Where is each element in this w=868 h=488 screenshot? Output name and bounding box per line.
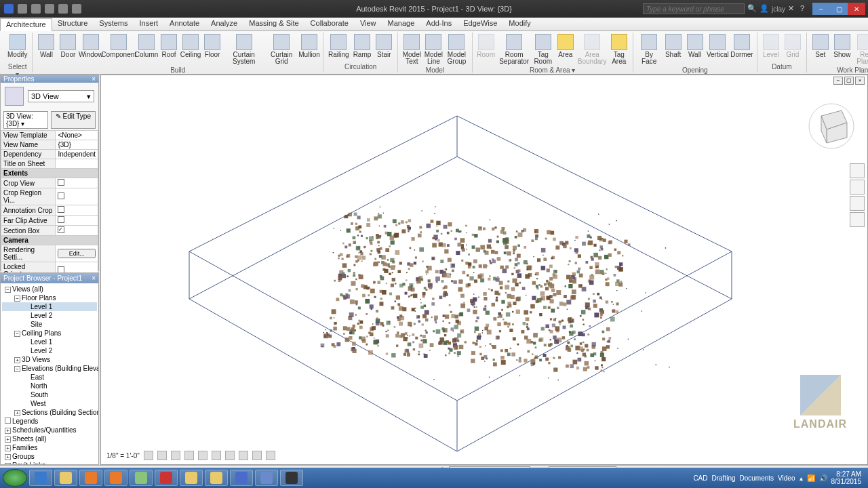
floor-button[interactable]: Floor	[201, 33, 223, 60]
edit-type-button[interactable]: ✎ Edit Type	[51, 111, 96, 129]
unhide-icon[interactable]	[239, 451, 248, 460]
by-face-button[interactable]: By Face	[636, 33, 663, 66]
properties-close-icon[interactable]: ×	[92, 75, 96, 83]
tree-node[interactable]: Level 1	[2, 338, 97, 346]
taskbar-cmd[interactable]	[280, 470, 303, 486]
exchange-icon[interactable]: ✕	[788, 4, 797, 14]
volume-icon[interactable]: 🔊	[819, 474, 827, 482]
taskbar-tool[interactable]	[255, 470, 278, 486]
column-button[interactable]: Column	[135, 33, 158, 60]
tab-edgewise[interactable]: EdgeWise	[458, 18, 503, 30]
tree-node[interactable]: North	[2, 382, 97, 390]
railing-button[interactable]: Railing	[326, 33, 351, 60]
tree-node[interactable]: +Sheets (all)	[2, 434, 97, 443]
tree-node[interactable]: Level 2	[2, 346, 97, 355]
tree-node[interactable]: Legends	[2, 417, 97, 426]
app-menu-icon[interactable]	[4, 4, 14, 14]
redo-icon[interactable]	[58, 4, 68, 14]
tree-node[interactable]: −Floor Plans	[2, 293, 97, 302]
navigation-bar[interactable]	[850, 163, 865, 228]
taskbar-wmp[interactable]	[79, 470, 102, 486]
type-selector[interactable]: 3D View▾	[28, 90, 94, 102]
taskbar-folder2[interactable]	[205, 470, 228, 486]
tab-manage[interactable]: Manage	[382, 18, 421, 30]
taskbar-npp[interactable]	[130, 470, 153, 486]
taskbar-explorer[interactable]	[54, 470, 77, 486]
taskbar-firefox[interactable]	[104, 470, 127, 486]
tree-node[interactable]: South	[2, 390, 97, 399]
tab-massing-site[interactable]: Massing & Site	[243, 18, 304, 30]
clock[interactable]: 8:27 AM 8/31/2015	[831, 470, 862, 485]
taskbar-opera[interactable]	[155, 470, 178, 486]
component-button[interactable]: Component	[102, 33, 135, 60]
close-button[interactable]: ✕	[848, 3, 865, 15]
steering-wheel-icon[interactable]	[850, 163, 865, 178]
visual-style-icon[interactable]	[157, 451, 167, 460]
view-scale[interactable]: 1/8" = 1'-0"	[106, 452, 140, 460]
temporary-hide-icon[interactable]	[252, 451, 262, 460]
sun-path-icon[interactable]	[171, 451, 180, 460]
tree-node[interactable]: +Revit Links	[2, 461, 97, 464]
show-button[interactable]: Show	[831, 33, 853, 60]
tab-insert[interactable]: Insert	[134, 18, 165, 30]
tab-structure[interactable]: Structure	[52, 18, 94, 30]
view-cube[interactable]	[808, 102, 855, 150]
network-icon[interactable]: 📶	[807, 474, 815, 482]
tree-node[interactable]: West	[2, 399, 97, 408]
shaft-button[interactable]: Shaft	[663, 33, 684, 60]
tree-node[interactable]: +Groups	[2, 452, 97, 461]
vertical-button[interactable]: Vertical	[706, 33, 730, 60]
tab-add-ins[interactable]: Add-Ins	[420, 18, 458, 30]
tag-area-button[interactable]: Tag Area	[608, 33, 630, 66]
curtain-grid-button[interactable]: Curtain Grid	[264, 33, 298, 66]
open-icon[interactable]	[18, 4, 27, 14]
area-button[interactable]: Area	[555, 33, 576, 60]
set-button[interactable]: Set	[810, 33, 831, 60]
crop-icon[interactable]	[212, 451, 221, 460]
wall-button[interactable]: Wall	[35, 33, 57, 60]
maximize-button[interactable]: ▢	[830, 3, 848, 15]
sign-in-icon[interactable]: 👤	[760, 4, 769, 14]
taskbar-revit[interactable]	[230, 470, 253, 486]
pan-icon[interactable]	[850, 180, 865, 195]
model-group-button[interactable]: Model Group	[444, 33, 469, 66]
detail-level-icon[interactable]	[144, 451, 153, 460]
tree-node[interactable]: +Schedules/Quantities	[2, 426, 97, 434]
tray-cad[interactable]: CAD	[693, 474, 707, 482]
tree-node[interactable]: −Ceiling Plans	[2, 329, 97, 338]
modify-button[interactable]: Modify	[5, 33, 29, 60]
info-center-icon[interactable]: 🔍	[747, 4, 757, 14]
reveal-icon[interactable]	[266, 451, 275, 460]
window-button[interactable]: Window	[79, 33, 102, 60]
tab-systems[interactable]: Systems	[94, 18, 134, 30]
3d-canvas[interactable]	[101, 75, 867, 455]
taskbar-outlook[interactable]	[180, 470, 203, 486]
tray-chevron-icon[interactable]: ▴	[800, 474, 803, 482]
start-button[interactable]	[3, 469, 27, 487]
tab-architecture[interactable]: Architecture	[0, 18, 52, 31]
ramp-button[interactable]: Ramp	[351, 33, 374, 60]
mullion-button[interactable]: Mullion	[298, 33, 320, 60]
minimize-button[interactable]: −	[812, 3, 830, 15]
wall-opening-button[interactable]: Wall	[684, 33, 706, 60]
tab-modify[interactable]: Modify	[503, 18, 536, 30]
dormer-button[interactable]: Dormer	[730, 33, 754, 60]
help-icon[interactable]: ?	[800, 4, 810, 14]
zoom-icon[interactable]	[850, 196, 865, 211]
browser-tree[interactable]: −Views (all)−Floor PlansLevel 1Level 2Si…	[1, 283, 98, 464]
orbit-icon[interactable]	[850, 212, 865, 227]
undo-icon[interactable]	[45, 4, 54, 14]
tree-node[interactable]: +Families	[2, 443, 97, 452]
rendering-icon[interactable]	[198, 451, 208, 460]
model-line-button[interactable]: Model Line	[422, 33, 444, 66]
tree-node[interactable]: +Sections (Building Section)	[2, 408, 97, 417]
roof-button[interactable]: Roof	[158, 33, 180, 60]
model-text-button[interactable]: Model Text	[401, 33, 422, 66]
tab-annotate[interactable]: Annotate	[164, 18, 205, 30]
curtain-system-button[interactable]: Curtain System	[223, 33, 264, 66]
tree-node[interactable]: Site	[2, 320, 97, 329]
tree-node[interactable]: Level 2	[2, 311, 97, 320]
instance-filter[interactable]: 3D View: {3D} ▾	[3, 111, 48, 129]
tab-analyze[interactable]: Analyze	[205, 18, 243, 30]
ceiling-button[interactable]: Ceiling	[180, 33, 201, 60]
